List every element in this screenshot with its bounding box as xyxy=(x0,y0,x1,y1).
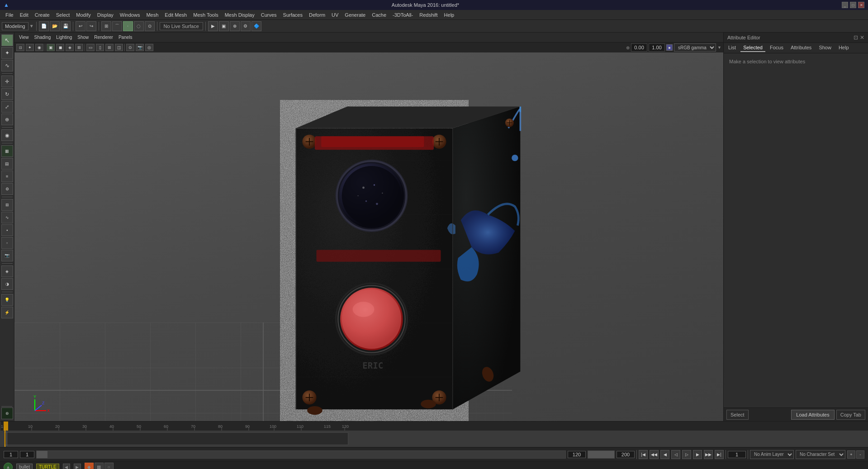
tool-settings-button[interactable]: ⚙ xyxy=(1,183,13,195)
new-scene-button[interactable]: 📄 xyxy=(39,21,49,31)
menu-generate[interactable]: Generate xyxy=(342,11,368,19)
vp-smooth-button[interactable]: ◼ xyxy=(56,44,64,51)
snap-surface-button[interactable]: ◌ xyxy=(134,21,144,31)
menu-redshift[interactable]: Redshift xyxy=(417,11,440,19)
viewport[interactable]: View Shading Lighting Show Renderer Pane… xyxy=(14,33,723,421)
timeline-slider[interactable] xyxy=(36,450,566,459)
close-button[interactable]: ✕ xyxy=(858,2,864,8)
char-set-add-button[interactable]: + xyxy=(847,450,855,459)
save-scene-button[interactable]: 💾 xyxy=(61,21,71,31)
vp-isolate-button[interactable]: ◎ xyxy=(145,44,153,51)
attr-tab-selected[interactable]: Selected xyxy=(740,44,765,52)
render-settings-button[interactable]: ⚙ xyxy=(241,21,251,31)
render-region-button[interactable]: ▣ xyxy=(219,21,229,31)
rendering-tools-button[interactable]: 💡 xyxy=(1,294,13,306)
vp-wireframe-button[interactable]: ▣ xyxy=(47,44,55,51)
attr-close-button[interactable]: ✕ xyxy=(860,34,864,41)
bullet-badge[interactable]: bullet xyxy=(16,464,33,469)
menu-select[interactable]: Select xyxy=(53,11,73,19)
attr-tab-help[interactable]: Help xyxy=(836,44,852,52)
timeline-ruler[interactable]: 1 10 20 30 40 50 60 70 80 xyxy=(0,422,868,431)
menu-mesh-tools[interactable]: Mesh Tools xyxy=(190,11,221,19)
step-back-button[interactable]: ◀◀ xyxy=(650,450,659,459)
range-start-input[interactable]: 1 xyxy=(20,451,34,458)
menu-create[interactable]: Create xyxy=(32,11,52,19)
vp-shaded-button[interactable]: ◈ xyxy=(66,44,74,51)
attr-tab-list[interactable]: List xyxy=(726,44,739,52)
sculpt-geometry-button[interactable]: ◑ xyxy=(1,278,13,290)
hypershade-button[interactable]: 🔷 xyxy=(251,21,261,31)
select-tool-button[interactable]: ↖ xyxy=(1,34,13,46)
minimize-button[interactable]: _ xyxy=(842,2,848,8)
undo-button[interactable]: ↩ xyxy=(76,21,85,31)
exposure-input[interactable]: 0.00 xyxy=(631,43,647,52)
prev-anim-button[interactable]: ◀ xyxy=(63,464,70,469)
paint-select-button[interactable]: ✦ xyxy=(1,47,13,59)
camera-sequencer-button[interactable]: 📷 xyxy=(1,250,13,261)
vp-component-select-button[interactable]: ✦ xyxy=(26,44,34,51)
menu-display[interactable]: Display xyxy=(95,11,116,19)
vp-menu-renderer[interactable]: Renderer xyxy=(92,34,115,41)
snap-curve-button[interactable]: ⌒ xyxy=(112,21,122,31)
vp-resolution-gate-button[interactable]: ▭ xyxy=(86,44,95,51)
next-anim-button[interactable]: ▶ xyxy=(74,464,81,469)
graph-editor-button[interactable]: ∿ xyxy=(1,212,13,223)
menu-modify[interactable]: Modify xyxy=(73,11,93,19)
attr-select-button[interactable]: Select xyxy=(726,410,749,420)
attr-float-button[interactable]: ⊡ xyxy=(854,34,858,41)
menu-mesh-display[interactable]: Mesh Display xyxy=(222,11,257,19)
copy-tab-button[interactable]: Copy Tab xyxy=(836,410,865,420)
gamma-input[interactable]: 1.00 xyxy=(649,43,665,52)
menu-edit-mesh[interactable]: Edit Mesh xyxy=(162,11,190,19)
frame-number-input[interactable]: 1 xyxy=(728,451,746,458)
open-scene-button[interactable]: 📂 xyxy=(50,21,60,31)
vp-overscan-button[interactable]: ◫ xyxy=(115,44,123,51)
redo-button[interactable]: ↪ xyxy=(86,21,96,31)
goto-end-button[interactable]: ▶| xyxy=(715,450,724,459)
menu-file[interactable]: File xyxy=(3,11,16,19)
snap-view-button[interactable]: ⊙ xyxy=(145,21,155,31)
range-end-cache-input[interactable]: 120 xyxy=(568,451,586,458)
soft-select-button[interactable]: ◉ xyxy=(1,129,13,141)
timeline-track[interactable] xyxy=(0,431,868,447)
next-frame-button[interactable]: ▶ xyxy=(693,450,702,459)
vp-menu-view[interactable]: View xyxy=(17,34,31,41)
vp-menu-show[interactable]: Show xyxy=(76,34,90,41)
node-editor-button[interactable]: ⊞ xyxy=(1,199,13,211)
key-weight-button[interactable]: ○ xyxy=(104,463,114,469)
workspace-selector[interactable]: Modeling xyxy=(2,22,28,30)
vp-menu-panels[interactable]: Panels xyxy=(117,34,134,41)
vp-film-gate-button[interactable]: ▯ xyxy=(96,44,104,51)
vp-select-mask-button[interactable]: ⊡ xyxy=(16,44,24,51)
range-full-end-input[interactable]: 200 xyxy=(617,451,635,458)
step-forward-button[interactable]: ▶▶ xyxy=(704,450,713,459)
vp-menu-lighting[interactable]: Lighting xyxy=(54,34,74,41)
menu-mesh[interactable]: Mesh xyxy=(143,11,161,19)
vp-soft-sel-button[interactable]: ◉ xyxy=(35,44,43,51)
current-frame-input[interactable]: 1 xyxy=(4,451,18,458)
vp-field-chart-button[interactable]: ⊞ xyxy=(105,44,114,51)
render-button[interactable]: ▶ xyxy=(208,21,218,31)
vp-xray-button[interactable]: ⊙ xyxy=(126,44,134,51)
char-set-remove-button[interactable]: - xyxy=(856,450,864,459)
anim-layer-selector[interactable]: No Anim Layer xyxy=(750,450,794,459)
vp-camera-button[interactable]: 📷 xyxy=(136,44,144,51)
attribute-editor-button[interactable]: ≡ xyxy=(1,171,13,182)
vp-textured-button[interactable]: ⊞ xyxy=(75,44,83,51)
range-preview[interactable] xyxy=(588,450,615,459)
goto-start-button[interactable]: |◀ xyxy=(639,450,648,459)
trax-editor-button[interactable]: ▫ xyxy=(1,237,13,249)
menu-cache[interactable]: Cache xyxy=(369,11,389,19)
scale-tool-button[interactable]: ⤢ xyxy=(1,101,13,113)
load-attributes-button[interactable]: Load Attributes xyxy=(791,410,834,420)
quick-layout-button[interactable]: ⊛ xyxy=(1,407,13,419)
snap-grid-button[interactable]: ⊞ xyxy=(101,21,111,31)
menu-curves[interactable]: Curves xyxy=(258,11,280,19)
menu-help[interactable]: Help xyxy=(441,11,457,19)
play-backward-button[interactable]: ◁ xyxy=(671,450,680,459)
rotate-tool-button[interactable]: ↻ xyxy=(1,88,13,100)
vp-menu-shading[interactable]: Shading xyxy=(33,34,53,41)
viewport-3d[interactable]: ERIC X Y xyxy=(14,52,723,421)
universal-manip-button[interactable]: ⊕ xyxy=(1,114,13,125)
attr-tab-focus[interactable]: Focus xyxy=(767,44,786,52)
